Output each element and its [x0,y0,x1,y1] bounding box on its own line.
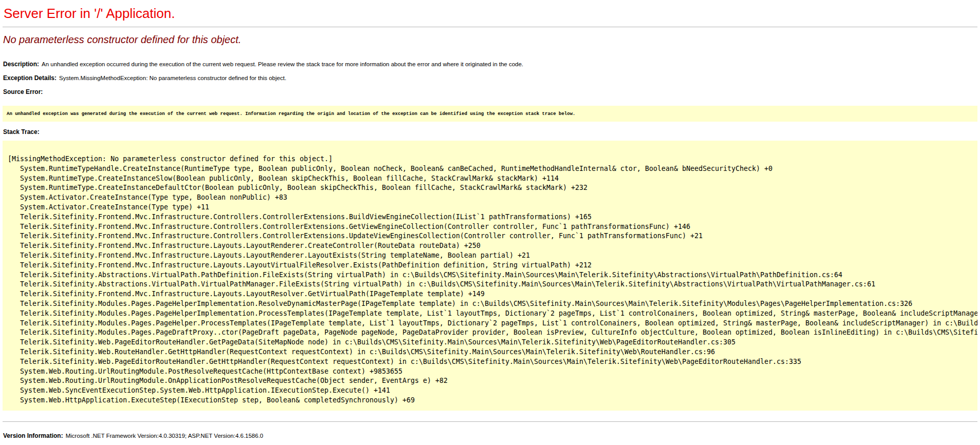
source-error-text: An unhandled exception was generated dur… [3,106,977,122]
stack-trace-box: [MissingMethodException: No parameterles… [3,141,977,411]
source-error-box: An unhandled exception was generated dur… [3,106,977,122]
footer-divider [3,421,977,422]
error-page: Server Error in '/' Application. No para… [0,5,980,439]
description-row: Description:An unhandled exception occur… [3,61,977,68]
error-subtitle: No parameterless constructor defined for… [3,33,977,46]
version-text: Microsoft .NET Framework Version:4.0.303… [66,433,263,439]
page-title: Server Error in '/' Application. [4,5,977,22]
stack-trace-label: Stack Trace: [3,128,40,136]
exception-details-label: Exception Details: [3,74,56,82]
version-label: Version Information: [3,432,63,439]
stack-trace-row: Stack Trace: [3,128,977,136]
title-divider [3,27,977,27]
exception-details-row: Exception Details:System.MissingMethodEx… [3,74,977,82]
exception-details-text: System.MissingMethodException: No parame… [59,75,286,81]
description-text: An unhandled exception occurred during t… [42,61,523,67]
source-error-label: Source Error: [3,88,43,95]
stack-trace-text: [MissingMethodException: No parameterles… [3,141,977,411]
description-label: Description: [3,61,39,68]
source-error-row: Source Error: [3,88,977,95]
version-row: Version Information:Microsoft .NET Frame… [3,432,977,439]
